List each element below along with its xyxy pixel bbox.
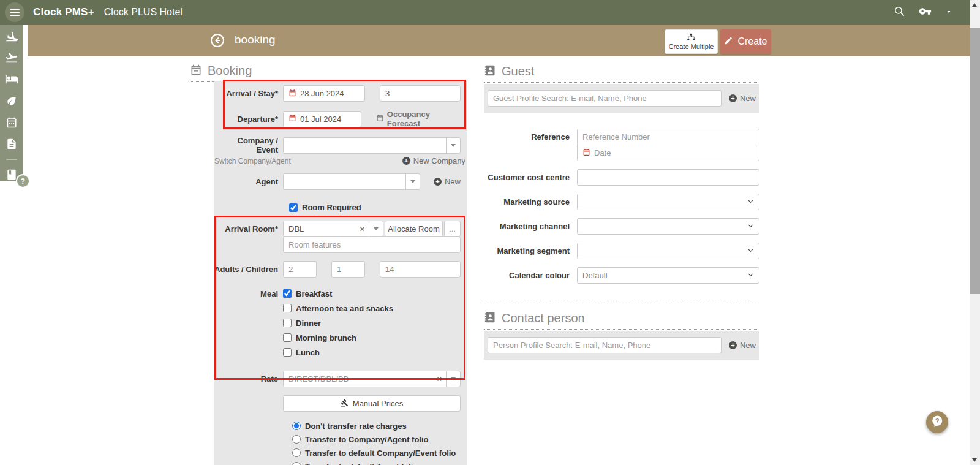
adults-children-label: Adults / Children bbox=[214, 265, 283, 274]
marketing-segment-select[interactable] bbox=[577, 243, 760, 259]
sidebar-help-badge[interactable]: ? bbox=[16, 174, 30, 188]
contact-book-icon bbox=[484, 311, 496, 325]
chevron-down-icon bbox=[747, 222, 754, 231]
reference-date-field[interactable]: Date bbox=[577, 145, 760, 161]
plus-circle-icon: + bbox=[434, 178, 442, 186]
calendar-gray-icon bbox=[376, 114, 384, 124]
rate-combo[interactable]: DIRECT/DBL/BB × bbox=[283, 371, 461, 387]
document-icon[interactable] bbox=[4, 137, 19, 151]
arrival-room-label: Arrival Room* bbox=[214, 224, 283, 233]
guest-section-header: Guest bbox=[484, 56, 760, 83]
reference-number-input[interactable] bbox=[577, 129, 760, 145]
create-multiple-button[interactable]: Create Multiple bbox=[665, 29, 718, 54]
meal-option-dinner[interactable]: Dinner bbox=[283, 318, 461, 328]
arrival-room-combo[interactable]: DBL × bbox=[283, 221, 383, 237]
transfer-option-company-agent-folio[interactable]: Transfer to Company/Agent folio bbox=[292, 435, 467, 444]
arrival-stay-label: Arrival / Stay* bbox=[214, 89, 283, 98]
agent-combo[interactable] bbox=[283, 173, 420, 190]
transfer-option-dont-transfer[interactable]: Don't transfer rate charges bbox=[292, 422, 467, 430]
guest-search-panel: + New bbox=[484, 84, 760, 113]
scroll-up-arrow[interactable] bbox=[972, 3, 977, 7]
scroll-thumb[interactable] bbox=[970, 28, 980, 294]
departure-date-value: 01 Jul 2024 bbox=[300, 115, 341, 124]
main-content: Booking Arrival / Stay* 28 Jun 2024 Depa… bbox=[0, 56, 970, 465]
meal-option-lunch[interactable]: Lunch bbox=[283, 347, 461, 357]
arrival-date-field[interactable]: 28 Jun 2024 bbox=[283, 85, 365, 102]
help-fab-button[interactable]: ? bbox=[926, 411, 948, 433]
app-brand[interactable]: Clock PMS+ bbox=[33, 6, 94, 18]
pen-icon bbox=[724, 36, 733, 48]
stay-nights-input[interactable] bbox=[380, 85, 461, 102]
new-guest-link[interactable]: + New bbox=[729, 94, 756, 103]
calendar-section-icon bbox=[190, 64, 202, 78]
contact-person-section-title: Contact person bbox=[502, 311, 585, 325]
calendar-colour-label: Calendar colour bbox=[484, 267, 577, 284]
create-button[interactable]: Create bbox=[720, 29, 771, 54]
customer-cost-centre-input[interactable] bbox=[577, 169, 760, 186]
top-app-bar: Clock PMS+ Clock PLUS Hotel bbox=[0, 0, 970, 25]
caret-down-icon[interactable] bbox=[369, 221, 383, 236]
occupancy-forecast-link[interactable]: Occupancy Forecast bbox=[376, 110, 461, 128]
booking-section-header: Booking bbox=[190, 64, 467, 82]
departure-date-field[interactable]: 01 Jul 2024 bbox=[283, 111, 361, 127]
bed-icon[interactable] bbox=[4, 72, 19, 86]
calendar-icon[interactable] bbox=[4, 116, 19, 129]
sitemap-icon bbox=[687, 33, 696, 42]
leaf-icon[interactable] bbox=[4, 94, 19, 108]
scroll-down-arrow[interactable] bbox=[972, 458, 977, 462]
contact-person-section-header: Contact person bbox=[484, 311, 760, 330]
reference-date-placeholder: Date bbox=[594, 148, 611, 157]
meal-option-morning-brunch[interactable]: Morning brunch bbox=[283, 333, 461, 342]
search-icon[interactable] bbox=[894, 6, 905, 19]
plane-takeoff-icon[interactable] bbox=[4, 51, 19, 64]
help-bubble-icon: ? bbox=[930, 415, 944, 430]
hotel-name: Clock PLUS Hotel bbox=[104, 7, 183, 18]
new-contact-link[interactable]: + New bbox=[729, 341, 756, 350]
back-button[interactable] bbox=[210, 33, 225, 48]
departure-label: Departure* bbox=[214, 115, 283, 124]
room-more-button[interactable]: ... bbox=[444, 221, 461, 237]
meal-option-breakfast[interactable]: Breakfast bbox=[283, 289, 461, 298]
caret-down-icon[interactable] bbox=[446, 138, 460, 153]
children-input[interactable] bbox=[331, 261, 365, 278]
manual-prices-button[interactable]: Manual Prices bbox=[283, 395, 461, 412]
plane-landing-icon[interactable] bbox=[4, 29, 19, 43]
caret-down-icon[interactable] bbox=[945, 8, 952, 17]
arrow-left-circle-icon bbox=[210, 40, 225, 50]
clear-icon[interactable]: × bbox=[355, 224, 369, 233]
plus-circle-icon: + bbox=[729, 94, 737, 102]
menu-button[interactable] bbox=[5, 2, 24, 22]
meal-option-afternoon-tea[interactable]: Afternoon tea and snacks bbox=[283, 303, 461, 313]
adults-input[interactable] bbox=[283, 261, 317, 278]
chevron-down-icon bbox=[747, 197, 754, 206]
calendar-colour-select[interactable]: Default bbox=[577, 267, 760, 284]
guest-section-title: Guest bbox=[502, 64, 534, 78]
room-features-input[interactable] bbox=[283, 236, 461, 253]
new-agent-link[interactable]: + New bbox=[434, 177, 461, 186]
arrival-date-value: 28 Jun 2024 bbox=[300, 89, 344, 98]
contact-search-panel: + New bbox=[484, 331, 760, 360]
room-required-checkbox[interactable]: Room Required bbox=[289, 203, 361, 212]
transfer-option-default-agent-folio[interactable]: Transfer to default Agent folio bbox=[292, 462, 467, 465]
company-event-combo[interactable] bbox=[283, 137, 461, 154]
key-icon[interactable] bbox=[919, 5, 932, 20]
meal-label: Meal bbox=[214, 289, 283, 298]
child-age-input[interactable] bbox=[380, 261, 461, 278]
plus-circle-icon: + bbox=[729, 341, 737, 349]
marketing-source-select[interactable] bbox=[577, 194, 760, 210]
customer-cost-centre-label: Customer cost centre bbox=[484, 169, 577, 186]
guest-profile-search-input[interactable] bbox=[488, 90, 722, 107]
calendar-red-icon bbox=[288, 114, 296, 124]
switch-company-agent-link[interactable]: Switch Company/Agent bbox=[214, 157, 291, 165]
svg-text:?: ? bbox=[935, 417, 940, 424]
caret-down-icon[interactable] bbox=[446, 371, 460, 387]
clear-icon[interactable]: × bbox=[432, 374, 446, 384]
transfer-option-default-company-event-folio[interactable]: Transfer to default Company/Event folio bbox=[292, 448, 467, 457]
marketing-source-label: Marketing source bbox=[484, 194, 577, 210]
new-company-link[interactable]: + New Company bbox=[402, 156, 466, 165]
allocate-room-button[interactable]: Allocate Room bbox=[385, 221, 443, 237]
vertical-scrollbar[interactable] bbox=[970, 0, 980, 465]
caret-down-icon[interactable] bbox=[405, 174, 420, 189]
person-profile-search-input[interactable] bbox=[488, 337, 722, 353]
marketing-channel-select[interactable] bbox=[577, 218, 760, 235]
